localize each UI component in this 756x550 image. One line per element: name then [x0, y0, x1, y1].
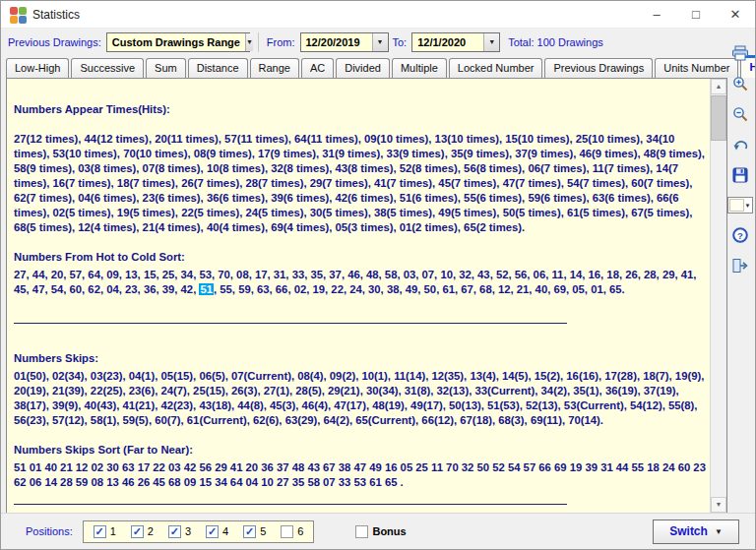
tab-divided[interactable]: Divided — [336, 58, 390, 78]
hot-cold-text: 27, 44, 20, 57, 64, 09, 13, 15, 25, 34, … — [14, 268, 706, 297]
position-checkbox-5[interactable]: ✓ 5 — [243, 525, 266, 538]
checkbox-icon[interactable]: ✓ — [94, 525, 106, 538]
tab-sum[interactable]: Sum — [146, 58, 186, 78]
zoom-out-icon[interactable] — [730, 105, 750, 123]
tab-previous-drawings[interactable]: Previous Drawings — [544, 58, 653, 78]
total-drawings-text: Total: 100 Drawings — [508, 36, 603, 48]
exit-icon[interactable] — [730, 257, 750, 275]
app-icon — [10, 7, 26, 23]
scrollbar-thumb[interactable] — [711, 95, 726, 141]
position-checkbox-label: 5 — [260, 525, 266, 537]
to-date-value: 12/1/2020 — [412, 36, 483, 48]
maximize-button[interactable]: □ — [676, 1, 716, 28]
statistics-window: Statistics – □ ✕ Previous Drawings: Cust… — [0, 0, 756, 550]
checkbox-icon[interactable]: ✓ — [168, 525, 181, 538]
checkbox-icon[interactable]: ✓ — [131, 525, 144, 538]
skips-sort-text: 51 01 40 21 12 02 30 63 17 22 03 42 56 2… — [14, 460, 706, 490]
minimize-button[interactable]: – — [637, 1, 676, 28]
from-label: From: — [267, 36, 295, 48]
chevron-down-icon[interactable]: ▼ — [372, 33, 388, 51]
hits-heading: Numbers Appear Times(Hits): — [14, 102, 706, 117]
print-icon[interactable] — [730, 44, 750, 62]
close-button[interactable]: ✕ — [716, 1, 755, 28]
help-icon[interactable]: ? — [730, 226, 750, 244]
scroll-up-icon[interactable]: ▲ — [711, 79, 726, 94]
color-picker-dropdown[interactable]: ▼ — [727, 197, 753, 214]
checkbox-icon[interactable] — [281, 525, 293, 538]
position-checkbox-label: 4 — [222, 525, 228, 537]
toolbar-separator — [258, 32, 259, 52]
to-date-select[interactable]: 12/1/2020 ▼ — [411, 32, 500, 52]
drawings-toolbar: Previous Drawings: Custom Drawings Range… — [1, 29, 755, 55]
tab-successive[interactable]: Successive — [71, 58, 144, 78]
tab-multiple[interactable]: Multiple — [392, 58, 447, 78]
position-checkbox-label: 1 — [110, 525, 116, 537]
bonus-checkbox[interactable]: Bonus — [355, 525, 406, 538]
scroll-down-icon[interactable]: ▼ — [711, 497, 726, 513]
vertical-scrollbar[interactable]: ▲ ▼ — [710, 79, 726, 513]
checkbox-icon[interactable]: ✓ — [206, 525, 219, 538]
from-date-value: 12/20/2019 — [301, 36, 372, 48]
chevron-down-icon: ▼ — [715, 527, 723, 536]
bottom-bar: Positions: ✓ 1 ✓ 2 ✓ 3 ✓ 4 ✓ 5 — [1, 513, 755, 549]
skips-heading: Numbers Skips: — [14, 351, 706, 366]
tab-ac[interactable]: AC — [301, 58, 334, 78]
tab-distance[interactable]: Distance — [188, 58, 248, 78]
skips-sort-heading: Numbers Skips Sort (Far to Near): — [14, 443, 706, 458]
tab-low-high[interactable]: Low-High — [6, 58, 69, 78]
side-toolbar: ▼ ? — [725, 44, 754, 275]
window-title: Statistics — [32, 8, 80, 22]
hot-cold-heading: Numbers From Hot to Cold Sort: — [14, 250, 706, 265]
svg-text:?: ? — [737, 230, 743, 241]
position-checkbox-1[interactable]: ✓ 1 — [94, 525, 116, 538]
statistics-content-panel: Numbers Appear Times(Hits): 27(12 times)… — [6, 78, 727, 514]
from-date-select[interactable]: 12/20/2019 ▼ — [300, 32, 389, 52]
skips-text: 01(50), 02(34), 03(23), 04(1), 05(15), 0… — [14, 369, 706, 428]
section-divider — [14, 504, 567, 505]
to-label: To: — [393, 36, 408, 48]
color-swatch — [729, 199, 744, 212]
title-bar: Statistics – □ ✕ — [1, 1, 755, 29]
positions-label: Positions: — [26, 525, 73, 537]
save-icon[interactable] — [730, 166, 750, 184]
previous-drawings-label: Previous Drawings: — [8, 36, 101, 48]
position-checkbox-label: 6 — [297, 525, 303, 537]
tab-range[interactable]: Range — [250, 58, 299, 78]
drawings-range-select[interactable]: Custom Drawings Range ▼ — [106, 32, 250, 52]
position-checkbox-label: 2 — [148, 525, 154, 537]
statistics-report-text[interactable]: Numbers Appear Times(Hits): 27(12 times)… — [7, 79, 710, 513]
tab-locked-number[interactable]: Locked Number — [449, 58, 543, 78]
switch-button-label: Switch — [669, 524, 708, 538]
chevron-down-icon[interactable]: ▼ — [245, 33, 253, 51]
switch-button[interactable]: Switch ▼ — [653, 519, 739, 544]
position-checkbox-2[interactable]: ✓ 2 — [131, 525, 154, 538]
positions-group: ✓ 1 ✓ 2 ✓ 3 ✓ 4 ✓ 5 6 — [83, 520, 315, 543]
position-checkbox-label: 3 — [185, 525, 191, 537]
statistics-tabstrip: Low-High Successive Sum Distance Range A… — [6, 56, 727, 78]
hits-text: 27(12 times), 44(12 times), 20(11 times)… — [14, 132, 706, 235]
chevron-down-icon[interactable]: ▼ — [483, 33, 499, 51]
position-checkbox-3[interactable]: ✓ 3 — [168, 525, 191, 538]
checkbox-icon[interactable]: ✓ — [243, 525, 256, 538]
drawings-range-value: Custom Drawings Range — [107, 36, 245, 48]
section-divider — [14, 323, 567, 324]
bonus-label: Bonus — [372, 525, 406, 537]
checkbox-icon[interactable] — [355, 525, 368, 538]
undo-icon[interactable] — [730, 136, 750, 153]
hot-cold-post: , 55, 59, 63, 66, 02, 19, 22, 24, 30, 38… — [214, 283, 625, 295]
position-checkbox-6[interactable]: 6 — [281, 525, 303, 538]
zoom-in-icon[interactable] — [730, 75, 750, 92]
hot-cold-highlighted-number: 51 — [199, 283, 214, 295]
position-checkbox-4[interactable]: ✓ 4 — [206, 525, 228, 538]
chevron-down-icon[interactable]: ▼ — [745, 203, 752, 209]
